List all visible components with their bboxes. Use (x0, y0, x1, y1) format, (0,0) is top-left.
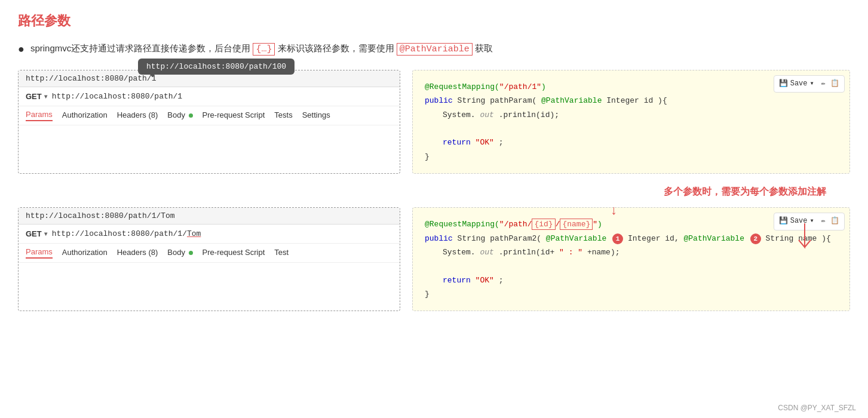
bullet-text-part1: springmvc还支持通过请求路径直接传递参数，后台使用 (30, 43, 250, 53)
top-code-panel: 💾 Save ▾ ✏️ 📋 @RequestMapping("/path/1")… (412, 70, 850, 174)
code-str-colon: " : " (559, 248, 582, 257)
bottom-url-underline: Tom (187, 229, 201, 238)
code-id-box: {id} (532, 219, 555, 230)
bottom-method-row: GET ▾ http://localhost:8080/path/1/Tom (19, 225, 400, 244)
top-save-bar: 💾 Save ▾ ✏️ 📋 (774, 75, 845, 93)
page-title: 路径参数 (18, 12, 850, 30)
top-method-label: GET (26, 92, 42, 101)
code-system-1: System. (443, 110, 480, 119)
code-brace-2: ){ (821, 234, 831, 243)
bottom-code-line5: return "OK" ; (425, 273, 838, 287)
code-println-1: .println(id); (499, 110, 559, 119)
top-code-line5: return "OK" ; (425, 136, 838, 149)
tooltip-bubble: http://localhost:8080/path/100 (138, 59, 295, 75)
code-return-1: return (443, 138, 476, 147)
bottom-code-line4 (425, 259, 838, 273)
top-code-line6: } (425, 150, 838, 164)
code-pathvar-2a: @PathVariable (546, 234, 611, 243)
tab-prerequest-bottom[interactable]: Pre-request Script (203, 248, 265, 258)
code-system-2: System. (443, 248, 480, 257)
code-semi-1: ; (499, 138, 504, 147)
code-method-1: pathParam( (490, 96, 536, 105)
top-code-line3: System. out .println(id); (425, 108, 838, 122)
code-string-1: "/path/1" (499, 82, 541, 91)
bottom-code-panel: 💾 Save ▾ ✏️ 📋 ↓ @RequestMapping("/path/{… (412, 207, 850, 311)
bottom-url-bar: http://localhost:8080/path/1/Tom (19, 208, 400, 225)
top-url-text: http://localhost:8080/path/1 (52, 92, 182, 101)
code-name-box: {name} (560, 219, 593, 230)
top-method-row: GET ▾ http://localhost:8080/path/1 (19, 87, 400, 106)
tab-headers-top[interactable]: Headers (8) (117, 110, 158, 121)
top-save-chevron: ▾ (810, 78, 814, 91)
code-annotation-1: @RequestMapping( (425, 82, 499, 91)
code-method-2: pathParam2( (490, 234, 541, 243)
bottom-code-content: ↓ @RequestMapping("/path/{id}/{name}") p… (425, 217, 838, 301)
top-edit-icon[interactable]: ✏️ (821, 78, 826, 91)
body-dot-top (189, 113, 193, 118)
arrow-down-2 (796, 223, 814, 258)
code-pathvar-1: @PathVariable (541, 96, 606, 105)
code-type-string-1: String (458, 96, 490, 105)
boxed-code-1: {…} (253, 43, 275, 56)
bottom-url-text: http://localhost:8080/path/1/Tom (52, 229, 201, 238)
top-copy-icon[interactable]: 📋 (830, 78, 839, 91)
code-ok-2: "OK" (476, 276, 494, 285)
tab-params-bottom[interactable]: Params (26, 247, 53, 259)
bottom-code-line6: } (425, 287, 838, 301)
code-kw-public-2: public (425, 234, 458, 243)
code-annotation-2b: ) (597, 220, 602, 229)
top-postman-tabs: Params Authorization Headers (8) Body Pr… (19, 106, 400, 125)
circle-badge-2: 2 (750, 233, 761, 244)
code-type-int-1: Integer id (606, 96, 653, 105)
circle-badge-1: 1 (612, 233, 623, 244)
top-section: http://localhost:8080/path/100 http://lo… (18, 70, 850, 174)
bullet-section: ● springmvc还支持通过请求路径直接传递参数，后台使用 {…} 来标识该… (18, 41, 850, 58)
code-pathvar-2b: @PathVariable (684, 234, 749, 243)
bullet-text: springmvc还支持通过请求路径直接传递参数，后台使用 {…} 来标识该路径… (30, 41, 493, 57)
top-method-chevron: ▾ (44, 93, 47, 100)
bottom-code-line1: @RequestMapping("/path/{id}/{name}") (425, 217, 838, 231)
arrow-down-1: ↓ (610, 199, 618, 223)
save-icon-top: 💾 (779, 78, 788, 91)
code-out-2: out (480, 248, 493, 257)
boxed-code-2: @PathVariable (397, 43, 473, 56)
tab-tests-top[interactable]: Tests (274, 110, 292, 121)
middle-label: 多个参数时，需要为每个参数添加注解 (18, 186, 850, 198)
tab-params-top[interactable]: Params (26, 110, 53, 121)
tab-prerequest-top[interactable]: Pre-request Script (203, 110, 265, 121)
top-postman-panel: http://localhost:8080/path/100 http://lo… (18, 70, 400, 174)
code-kw-public-1: public (425, 96, 458, 105)
code-println-2: .println(id+ (499, 248, 559, 257)
bullet-dot: ● (18, 41, 24, 58)
bottom-postman-panel: http://localhost:8080/path/1/Tom GET ▾ h… (18, 207, 400, 311)
top-code-line4 (425, 122, 838, 136)
code-type-int-2: Integer id, (628, 234, 684, 243)
tab-authorization-bottom[interactable]: Authorization (62, 248, 108, 258)
tab-body-bottom[interactable]: Body (167, 248, 192, 258)
top-method-badge: GET ▾ (26, 92, 47, 101)
bottom-method-badge: GET ▾ (26, 229, 47, 238)
top-code-line2: public String pathParam( @PathVariable I… (425, 94, 838, 107)
code-brace-1: ){ (658, 96, 667, 105)
tab-authorization-top[interactable]: Authorization (62, 110, 108, 121)
bottom-postman-tabs: Params Authorization Headers (8) Body Pr… (19, 244, 400, 263)
bottom-section: http://localhost:8080/path/1/Tom GET ▾ h… (18, 207, 850, 311)
tab-settings-top[interactable]: Settings (302, 110, 330, 121)
tab-headers-bottom[interactable]: Headers (8) (117, 248, 158, 258)
tab-tests-bottom[interactable]: Test (274, 248, 289, 258)
code-plus-name: +name); (587, 248, 620, 257)
code-annotation-1b: ) (541, 82, 546, 91)
top-save-label[interactable]: Save (790, 78, 808, 91)
code-string-2: "/path/{id}/{name}" (499, 219, 597, 230)
bullet-text-part2: 来标识该路径参数，需要使用 (278, 43, 397, 53)
code-return-2: return (443, 276, 476, 285)
bottom-code-line2: public String pathParam2( @PathVariable … (425, 232, 838, 245)
tab-body-top[interactable]: Body (167, 110, 192, 121)
bottom-method-label: GET (26, 229, 42, 238)
code-semi-2: ; (499, 276, 504, 285)
code-out-1: out (480, 110, 493, 119)
bottom-method-chevron: ▾ (44, 230, 47, 237)
body-dot-bottom (189, 251, 193, 255)
code-type-string-2: String (458, 234, 490, 243)
bullet-text-part3: 获取 (475, 43, 493, 53)
